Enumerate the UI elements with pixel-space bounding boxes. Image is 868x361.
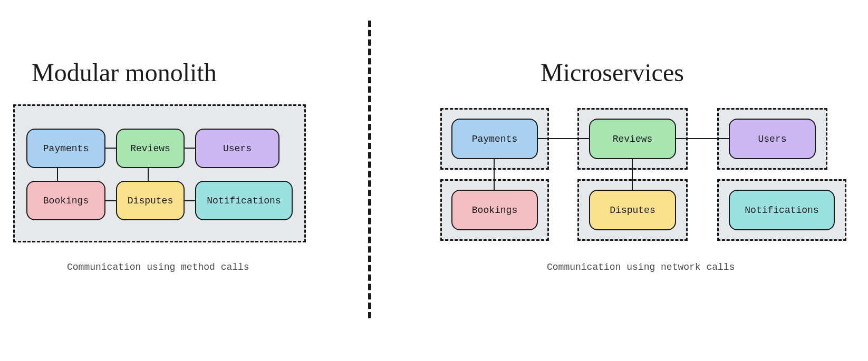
- connector: [185, 148, 195, 149]
- module-disputes: Disputes: [116, 181, 185, 220]
- module-label: Reviews: [613, 134, 653, 144]
- connector: [148, 168, 149, 181]
- module-label: Payments: [43, 143, 89, 154]
- ms-module-notifications: Notifications: [729, 190, 835, 230]
- module-label: Users: [223, 143, 252, 154]
- module-label: Bookings: [472, 205, 517, 216]
- connector: [105, 148, 116, 149]
- module-bookings: Bookings: [26, 181, 105, 220]
- connector: [632, 159, 633, 190]
- connector: [185, 200, 195, 201]
- module-label: Notifications: [745, 205, 818, 216]
- module-label: Reviews: [130, 143, 170, 154]
- module-payments: Payments: [26, 129, 105, 168]
- ms-module-reviews: Reviews: [589, 119, 676, 159]
- connector: [494, 159, 495, 190]
- connector: [57, 168, 58, 181]
- connector: [105, 200, 116, 201]
- module-label: Disputes: [610, 205, 655, 216]
- connector: [676, 138, 729, 139]
- connector: [538, 138, 589, 139]
- ms-module-payments: Payments: [451, 119, 538, 159]
- ms-module-users: Users: [729, 119, 816, 159]
- diagram-canvas: Modular monolith Payments Reviews Users …: [0, 0, 868, 361]
- module-label: Disputes: [128, 196, 173, 206]
- left-caption: Communication using method calls: [67, 262, 249, 272]
- right-caption: Communication using network calls: [547, 262, 735, 272]
- left-title: Modular monolith: [32, 58, 217, 87]
- module-label: Users: [758, 134, 786, 144]
- module-reviews: Reviews: [116, 129, 185, 168]
- center-divider: [368, 21, 371, 318]
- right-title: Microservices: [541, 58, 684, 87]
- module-label: Notifications: [207, 196, 281, 206]
- module-users: Users: [195, 129, 279, 168]
- module-label: Payments: [472, 134, 517, 144]
- module-notifications: Notifications: [195, 181, 293, 220]
- module-label: Bookings: [43, 196, 89, 206]
- ms-module-disputes: Disputes: [589, 190, 676, 230]
- ms-module-bookings: Bookings: [451, 190, 538, 230]
